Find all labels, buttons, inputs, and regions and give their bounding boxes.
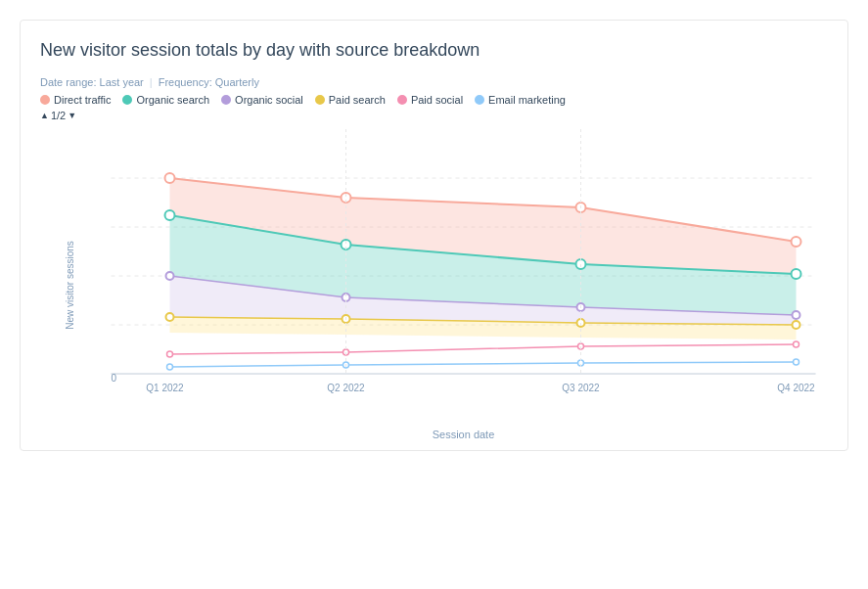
organic-social-dot-q4 bbox=[793, 311, 800, 319]
organic-search-dot-q1 bbox=[165, 210, 175, 220]
meta-divider: | bbox=[150, 76, 153, 88]
x-tick-q4: Q4 2022 bbox=[777, 383, 815, 393]
x-tick-q1: Q1 2022 bbox=[146, 383, 184, 393]
legend-item-email: Email marketing bbox=[475, 94, 566, 106]
legend-item-paid-social: Paid social bbox=[397, 94, 463, 106]
legend-item-organic-social: Organic social bbox=[221, 94, 303, 106]
legend-label-paid-social: Paid social bbox=[411, 94, 463, 106]
y-zero-label: 0 bbox=[112, 373, 117, 384]
pagination: ▲ 1/2 ▼ bbox=[40, 110, 828, 121]
legend-item-direct: Direct traffic bbox=[40, 94, 111, 106]
page-indicator: 1/2 bbox=[51, 110, 66, 121]
direct-dot-q1 bbox=[165, 173, 175, 183]
paid-search-dot-q4 bbox=[793, 321, 800, 329]
paid-social-dot-q1 bbox=[167, 351, 173, 357]
organic-search-dot-q4 bbox=[792, 269, 801, 279]
organic-social-dot-q1 bbox=[166, 272, 174, 280]
legend-label-email: Email marketing bbox=[488, 94, 566, 106]
frequency-label: Frequency: Quarterly bbox=[159, 76, 259, 88]
email-dot-q1 bbox=[167, 364, 173, 370]
legend-dot-email bbox=[475, 95, 484, 105]
y-axis-label: New visitor sessions bbox=[65, 241, 75, 330]
x-tick-q3: Q3 2022 bbox=[562, 383, 600, 393]
legend-item-paid-search: Paid search bbox=[315, 94, 386, 106]
chart-with-yaxis: New visitor sessions bbox=[40, 129, 828, 440]
legend-dot-organic-search bbox=[122, 95, 132, 105]
legend-label-paid-search: Paid search bbox=[329, 94, 386, 106]
legend-label-organic-search: Organic search bbox=[136, 94, 209, 106]
prev-page-button[interactable]: ▲ bbox=[40, 111, 49, 120]
x-axis-label: Session date bbox=[99, 429, 828, 440]
legend-item-organic-search: Organic search bbox=[122, 94, 209, 106]
email-dot-q4 bbox=[794, 359, 799, 365]
legend-dot-direct bbox=[40, 95, 50, 105]
legend-dot-organic-social bbox=[221, 95, 231, 105]
chart-container: New visitor session totals by day with s… bbox=[20, 20, 848, 451]
email-line bbox=[170, 362, 797, 367]
chart-meta: Date range: Last year | Frequency: Quart… bbox=[40, 76, 828, 88]
legend-label-organic-social: Organic social bbox=[235, 94, 303, 106]
paid-search-dot-q1 bbox=[166, 313, 174, 321]
y-axis-container: New visitor sessions bbox=[40, 129, 99, 440]
direct-dot-q4 bbox=[792, 237, 801, 247]
main-chart-svg: 0 Q1 2022 Q2 2022 Q3 2022 Q4 2022 bbox=[99, 129, 828, 423]
chart-svg-area: 0 Q1 2022 Q2 2022 Q3 2022 Q4 2022 Sessio… bbox=[99, 129, 828, 440]
legend: Direct traffic Organic search Organic so… bbox=[40, 94, 828, 106]
x-tick-q2: Q2 2022 bbox=[327, 383, 365, 393]
paid-social-dot-q4 bbox=[794, 341, 799, 347]
legend-label-direct: Direct traffic bbox=[54, 94, 111, 106]
legend-dot-paid-search bbox=[315, 95, 325, 105]
date-range-label: Date range: Last year bbox=[40, 76, 144, 88]
paid-social-line bbox=[170, 344, 797, 354]
chart-title: New visitor session totals by day with s… bbox=[40, 40, 828, 61]
legend-dot-paid-social bbox=[397, 95, 407, 105]
next-page-button[interactable]: ▼ bbox=[68, 111, 76, 120]
